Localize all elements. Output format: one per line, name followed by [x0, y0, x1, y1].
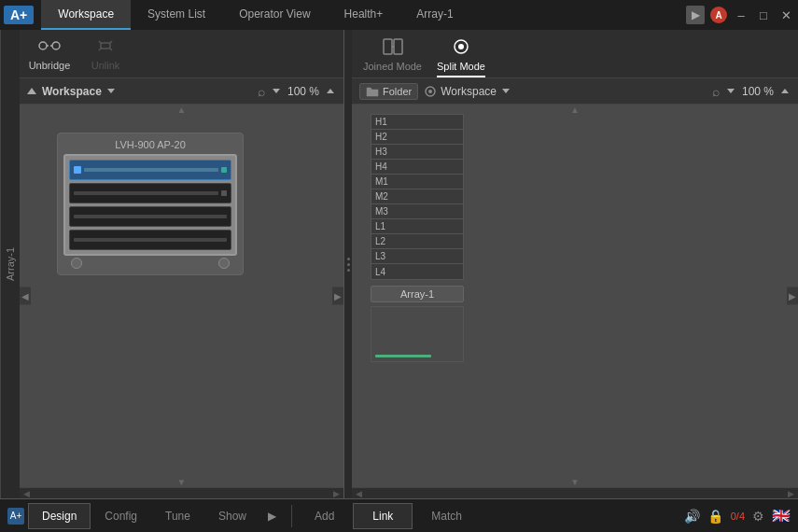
array-box: H1 H2 H3 H4 M1 M2 M3 L1 L2 L3 L4	[371, 114, 464, 280]
right-header-controls: ⌕ 100 %	[712, 84, 791, 99]
splitter-dot-2	[347, 263, 350, 266]
add-tab[interactable]: Add	[296, 504, 353, 528]
right-workspace-dropdown-icon[interactable]	[502, 89, 510, 93]
left-panel-header: Workspace ⌕ 100 %	[20, 78, 343, 105]
rack-wheels	[63, 256, 237, 269]
split-mode-label: Split Mode	[437, 61, 485, 72]
right-zoom-down-icon[interactable]	[727, 89, 735, 93]
search-icon[interactable]: ⌕	[258, 84, 265, 99]
bottom-right-tabs: Add Link Match	[296, 503, 677, 529]
folder-button[interactable]: Folder	[359, 83, 418, 100]
right-scroll-left-icon[interactable]: ◀	[356, 489, 362, 498]
tab-operator-view[interactable]: Operator View	[222, 0, 327, 30]
link-tab[interactable]: Link	[353, 503, 413, 529]
left-panel-scroll-left[interactable]: ◀	[20, 287, 31, 305]
array-component[interactable]: H1 H2 H3 H4 M1 M2 M3 L1 L2 L3 L4 Array-1	[371, 114, 464, 362]
svg-point-0	[39, 42, 47, 49]
minimize-button[interactable]: –	[733, 7, 749, 23]
tab-system-list[interactable]: System List	[131, 0, 222, 30]
svg-rect-3	[101, 43, 110, 49]
svg-point-8	[458, 44, 464, 49]
bottom-status: 🔊 🔒 0/4 ⚙ 🇬🇧	[677, 507, 798, 525]
device-card[interactable]: LVH-900 AP-20	[57, 133, 244, 275]
unbridge-icon	[38, 36, 61, 58]
unbridge-label: Unbridge	[29, 60, 71, 71]
play-button[interactable]: ▶	[686, 6, 705, 24]
rack-bar-dark2	[74, 215, 227, 218]
left-canvas[interactable]: ▲ LVH-900 AP-20	[20, 105, 343, 487]
svg-rect-5	[394, 39, 402, 54]
tune-tab[interactable]: Tune	[151, 503, 204, 529]
bottom-bar: A+ Design Config Tune Show ▶ Add Link Ma…	[0, 498, 798, 532]
show-tab[interactable]: Show	[204, 503, 260, 529]
left-toolbar: Unbridge Unlink	[20, 30, 343, 78]
left-header-controls: ⌕ 100 %	[258, 84, 336, 99]
scroll-left-icon[interactable]: ◀	[23, 489, 30, 498]
scroll-right-icon[interactable]: ▶	[333, 489, 340, 498]
svg-point-1	[52, 42, 60, 49]
rack-bar	[84, 168, 218, 172]
tab-health[interactable]: Health+	[328, 0, 400, 30]
right-search-icon[interactable]: ⌕	[712, 84, 720, 99]
right-panel: Joined Mode Split Mode Folder	[352, 30, 798, 498]
flag-icon[interactable]: 🇬🇧	[772, 507, 791, 525]
tab-array1[interactable]: Array-1	[399, 0, 469, 30]
array-row-h4: H4	[371, 160, 463, 175]
right-workspace-selector[interactable]: Workspace	[424, 85, 511, 98]
bottom-left-tabs: A+ Design Config Tune Show ▶	[0, 503, 287, 529]
right-workspace-label: Workspace	[441, 85, 497, 98]
array-row-l1: L1	[371, 219, 463, 234]
joined-mode-tab[interactable]: Joined Mode	[363, 38, 422, 77]
zoom-down-icon[interactable]	[273, 89, 280, 93]
unlink-label: Unlink	[91, 60, 120, 71]
left-panel-scroll-right[interactable]: ▶	[332, 287, 343, 305]
right-panel-scroll-right[interactable]: ▶	[787, 287, 798, 305]
right-scroll-up: ▲	[570, 105, 580, 115]
array-row-m1: M1	[371, 175, 463, 189]
speaker-icon[interactable]: 🔊	[684, 509, 700, 524]
zoom-up-icon[interactable]	[327, 89, 334, 93]
close-button[interactable]: ✕	[777, 7, 794, 23]
side-label: Array-1	[0, 30, 20, 498]
unbridge-tool[interactable]: Unbridge	[27, 36, 72, 71]
array-row-h1: H1	[371, 115, 463, 130]
panel-splitter[interactable]	[344, 30, 352, 498]
left-panel: Unbridge Unlink Workspace ⌕	[20, 30, 344, 498]
scroll-down-indicator: ▼	[177, 477, 187, 487]
array-row-l3: L3	[371, 249, 463, 264]
rack-unit-0	[69, 160, 231, 180]
user-avatar: A	[710, 7, 727, 23]
design-tab[interactable]: Design	[28, 503, 91, 529]
right-zoom-level: 100 %	[742, 85, 774, 98]
splitter-dot-3	[347, 269, 350, 272]
bottom-forward-arrow[interactable]: ▶	[260, 506, 284, 526]
rack-bar-dark3	[74, 238, 227, 242]
rack-indicator-dark	[221, 190, 227, 196]
right-panel-header: Folder Workspace ⌕ 100 %	[352, 78, 798, 105]
right-zoom-up-icon[interactable]	[781, 89, 789, 93]
config-tab[interactable]: Config	[91, 503, 151, 529]
expand-icon	[27, 88, 36, 94]
right-canvas[interactable]: ▲ H1 H2 H3 H4 M1 M2 M3 L1 L2 L3 L4 Array…	[352, 105, 798, 487]
array-row-h3: H3	[371, 145, 463, 160]
array-preview-bar	[375, 355, 431, 357]
unlink-tool[interactable]: Unlink	[83, 36, 128, 71]
main-content: Array-1 Unbridge	[0, 30, 798, 498]
match-tab[interactable]: Match	[413, 504, 481, 528]
settings-icon[interactable]: ⚙	[752, 509, 764, 524]
tab-workspace[interactable]: Workspace	[41, 0, 131, 30]
workspace-dropdown-icon[interactable]	[107, 89, 115, 93]
array-row-m3: M3	[371, 204, 463, 219]
rack-dot	[74, 166, 81, 174]
svg-rect-4	[384, 39, 392, 54]
maximize-button[interactable]: □	[755, 7, 772, 23]
left-scrollbar[interactable]: ◀ ▶	[20, 487, 343, 498]
title-bar: A+ Workspace System List Operator View H…	[0, 0, 798, 30]
left-workspace-title[interactable]: Workspace	[42, 85, 117, 98]
splitter-dot-1	[347, 258, 350, 260]
lock-icon[interactable]: 🔒	[707, 509, 723, 524]
scroll-up-indicator: ▲	[177, 105, 187, 115]
right-scroll-right-icon[interactable]: ▶	[788, 489, 794, 498]
split-mode-tab[interactable]: Split Mode	[437, 38, 485, 77]
right-scrollbar[interactable]: ◀ ▶	[352, 487, 798, 498]
